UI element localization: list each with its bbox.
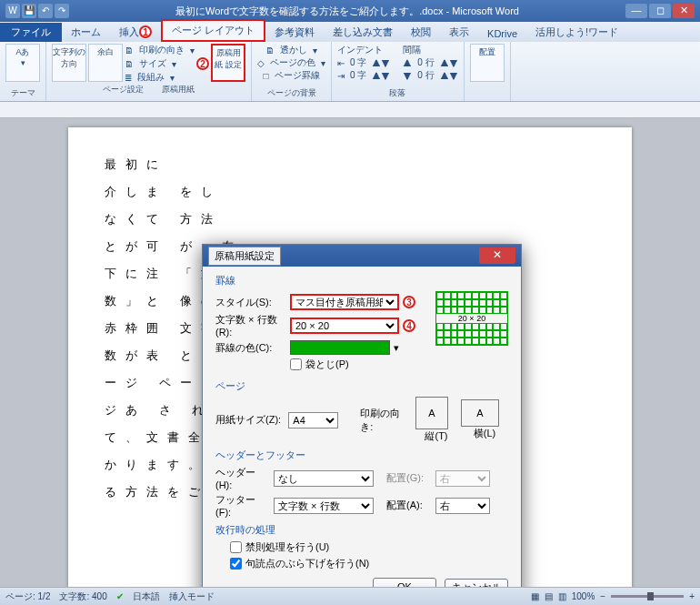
section-headerfooter: ヘッダーとフッター — [215, 449, 508, 462]
proofing-icon[interactable]: ✔ — [116, 591, 124, 601]
orientation-button[interactable]: 🗎 印刷の向き ▾ — [125, 44, 195, 56]
status-page[interactable]: ページ: 1/2 — [5, 590, 50, 603]
tab-file[interactable]: ファイル — [0, 23, 62, 42]
themes-button[interactable]: Aあ▾ — [5, 44, 40, 82]
orient-portrait[interactable]: A — [415, 397, 448, 429]
tab-view[interactable]: 表示 — [440, 23, 478, 42]
kutoten-checkbox[interactable] — [230, 558, 242, 570]
kinsoku-checkbox[interactable] — [230, 541, 242, 553]
tab-references[interactable]: 参考資料 — [265, 23, 324, 42]
size-button[interactable]: 🗎 サイズ ▾ — [125, 57, 195, 70]
title-bar: W 💾 ↶ ↷ 最初にWordで文字数を確認する方法をご紹介します。.docx … — [0, 0, 700, 22]
status-mode[interactable]: 挿入モード — [169, 590, 215, 603]
line-color-select[interactable] — [290, 340, 390, 355]
redo-icon[interactable]: ↷ — [55, 4, 69, 18]
close-button[interactable]: ✕ — [673, 4, 695, 18]
group-paragraph: インデント ⇤ 0 字 ⯅⯆ ⇥ 0 字 ⯅⯆ 間隔 ⯅ 0 行 ⯅⯆ ⯆ 0 … — [332, 42, 465, 101]
document-area: 最初に 介しま をし なくて 方法 とが可 が、左 下に注 「文字 数」と — [0, 118, 700, 605]
section-break: 改行時の処理 — [215, 523, 508, 537]
doc-line: なくて 方法 — [105, 206, 595, 233]
dialog-titlebar: 原稿用紙設定 ✕ — [203, 245, 521, 267]
minimize-button[interactable]: — — [625, 4, 647, 18]
window-title: 最初にWordで文字数を確認する方法をご紹介します。.docx - Micros… — [69, 5, 625, 18]
indent-right[interactable]: ⇥ 0 字 ⯅⯆ — [337, 69, 390, 82]
status-lang[interactable]: 日本語 — [133, 590, 160, 603]
ribbon-tabs: ファイル ホーム 挿入1 ページ レイアウト 参考資料 差し込み文書 校閲 表示… — [0, 22, 700, 42]
view-read-icon[interactable]: ▤ — [545, 591, 553, 601]
ruler — [0, 102, 700, 118]
tab-mailings[interactable]: 差し込み文書 — [324, 23, 402, 42]
doc-line: 最初に — [105, 151, 595, 178]
quick-access-toolbar: W 💾 ↶ ↷ — [5, 4, 69, 18]
view-web-icon[interactable]: ▥ — [558, 591, 566, 601]
annotation-2: 2 — [196, 57, 209, 70]
tab-kdrive[interactable]: KDrive — [478, 25, 526, 42]
space-before[interactable]: ⯅ 0 行 ⯅⯆ — [403, 56, 457, 69]
grid-preview: 20 × 20 — [435, 291, 508, 346]
window-buttons: — ◻ ✕ — [625, 4, 695, 18]
word-icon: W — [5, 4, 20, 18]
tab-insert[interactable]: 挿入1 — [110, 23, 161, 42]
doc-line: 介しま をし — [105, 178, 595, 206]
group-themes: Aあ▾ テーマ — [0, 42, 46, 101]
style-select[interactable]: マス目付き原稿用紙 — [290, 294, 399, 310]
ribbon: Aあ▾ テーマ 文字列の 方向 余白 🗎 印刷の向き ▾ 🗎 サイズ ▾ ≣ 段… — [0, 42, 700, 102]
group-page-setup: 文字列の 方向 余白 🗎 印刷の向き ▾ 🗎 サイズ ▾ ≣ 段組み ▾ 2 原… — [46, 42, 252, 101]
text-direction-button[interactable]: 文字列の 方向 — [52, 44, 86, 82]
header-select[interactable]: なし — [274, 470, 374, 487]
dialog-close-button[interactable]: ✕ — [479, 247, 515, 264]
align-g-select: 右 — [435, 470, 490, 487]
tab-addin[interactable]: 活用しよう!ワード — [526, 23, 627, 42]
status-words[interactable]: 文字数: 400 — [59, 590, 106, 603]
watermark-button[interactable]: 🗎 透かし ▾ — [265, 44, 317, 56]
orient-landscape[interactable]: A — [461, 399, 499, 427]
fukuro-checkbox[interactable] — [290, 358, 302, 370]
arrange-button[interactable]: 配置 — [470, 44, 505, 82]
zoom-slider[interactable] — [611, 595, 684, 598]
zoom-out-button[interactable]: − — [600, 591, 605, 601]
status-bar: ページ: 1/2 文字数: 400 ✔ 日本語 挿入モード ▦ ▤ ▥ 100%… — [0, 587, 700, 605]
margins-button[interactable]: 余白 — [88, 44, 123, 82]
tab-home[interactable]: ホーム — [62, 23, 110, 42]
view-print-icon[interactable]: ▦ — [531, 591, 539, 601]
space-after[interactable]: ⯆ 0 行 ⯅⯆ — [403, 69, 457, 82]
zoom-in-button[interactable]: + — [689, 591, 695, 601]
maximize-button[interactable]: ◻ — [649, 4, 671, 18]
genkou-dialog: 原稿用紙設定 ✕ 罫線 スタイル(S): マス目付き原稿用紙 3 文字数 × 行… — [202, 244, 522, 605]
group-page-background: 🗎 透かし ▾ ◇ ページの色 ▾ □ ページ罫線 ページの背景 — [252, 42, 332, 101]
pagecolor-button[interactable]: ◇ ページの色 ▾ — [257, 56, 325, 69]
dialog-title: 原稿用紙設定 — [208, 247, 281, 266]
group-arrange: 配置 — [465, 42, 511, 101]
annotation-1: 1 — [139, 25, 152, 38]
undo-icon[interactable]: ↶ — [38, 4, 53, 18]
genkou-button[interactable]: 原稿用紙 設定 — [211, 44, 245, 82]
align-a-select[interactable]: 右 — [435, 498, 490, 514]
pageborder-button[interactable]: □ ページ罫線 — [263, 69, 319, 82]
section-page: ページ — [215, 379, 508, 393]
columns-button[interactable]: ≣ 段組み ▾ — [125, 71, 195, 84]
grid-select[interactable]: 20 × 20 — [290, 318, 399, 334]
indent-left[interactable]: ⇤ 0 字 ⯅⯆ — [337, 56, 390, 69]
annotation-3: 3 — [403, 296, 415, 308]
status-zoom[interactable]: 100% — [572, 591, 595, 601]
tab-review[interactable]: 校閲 — [402, 23, 440, 42]
save-icon[interactable]: 💾 — [22, 4, 36, 18]
footer-select[interactable]: 文字数 × 行数 — [274, 498, 374, 514]
tab-page-layout[interactable]: ページ レイアウト — [161, 19, 265, 42]
annotation-4: 4 — [403, 319, 415, 332]
papersize-select[interactable]: A4 — [288, 412, 338, 429]
section-lines: 罫線 — [215, 274, 508, 287]
